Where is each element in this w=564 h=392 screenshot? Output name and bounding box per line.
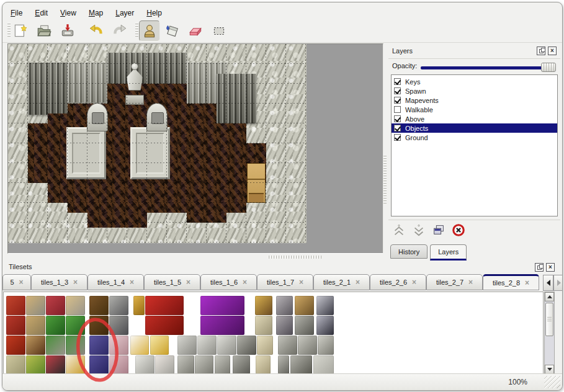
scroll-down-button[interactable] xyxy=(545,365,554,374)
save-button[interactable] xyxy=(58,22,77,40)
tileset-tab-tiles_1_7[interactable]: tiles_1_7× xyxy=(257,274,313,290)
palette-scrollbar[interactable] xyxy=(544,292,555,375)
palette-tile-rock-b[interactable] xyxy=(155,355,174,374)
palette-tile-door-purple-top[interactable] xyxy=(89,336,109,355)
tab-close-icon[interactable]: × xyxy=(299,279,303,285)
tileset-tab-tiles_2_7[interactable]: tiles_2_7× xyxy=(426,274,483,290)
layer-visibility-checkbox[interactable] xyxy=(394,125,401,131)
float-panel-icon[interactable] xyxy=(537,47,545,55)
palette-tile-obelisk-top[interactable] xyxy=(255,316,272,335)
palette-tile-portrait-framed[interactable] xyxy=(255,296,272,315)
palette-tile-wall-block-c[interactable] xyxy=(318,336,334,355)
palette-tile-scepter-gold[interactable] xyxy=(130,336,149,355)
tab-close-icon[interactable]: × xyxy=(130,279,134,285)
layer-visibility-checkbox[interactable] xyxy=(394,134,401,141)
tileset-tab-tiles_1_3[interactable]: tiles_1_3× xyxy=(31,274,87,290)
layer-row-keys[interactable]: Keys xyxy=(392,77,557,86)
select-tool-button[interactable] xyxy=(210,22,228,40)
palette-tile-stone-well[interactable] xyxy=(233,355,250,374)
palette-tile-chest-tan[interactable] xyxy=(295,296,314,315)
scrollbar-thumb[interactable] xyxy=(545,303,553,336)
map-canvas[interactable] xyxy=(8,44,307,243)
palette-tile-cushion-shelf[interactable] xyxy=(46,355,65,374)
layer-visibility-checkbox[interactable] xyxy=(394,97,401,104)
palette-tile-door-purple-bottom[interactable] xyxy=(89,355,109,374)
tileset-tab-tiles_2_1[interactable]: tiles_2_1× xyxy=(313,274,370,290)
fill-tool-button[interactable] xyxy=(163,22,181,40)
tab-close-icon[interactable]: × xyxy=(468,279,473,285)
layer-visibility-checkbox[interactable] xyxy=(394,106,401,113)
tab-scroll-left-button[interactable] xyxy=(543,275,553,291)
menu-item-edit[interactable]: Edit xyxy=(33,7,50,19)
undo-button[interactable] xyxy=(87,22,105,40)
palette-tile-banner-dragon[interactable] xyxy=(6,336,25,355)
toolbar-drag-handle-2[interactable] xyxy=(135,23,138,38)
layer-row-mapevents[interactable]: Mapevents xyxy=(392,96,557,105)
menu-item-view[interactable]: View xyxy=(58,7,78,19)
opacity-slider-track[interactable] xyxy=(421,66,555,69)
new-file-button[interactable] xyxy=(11,22,30,40)
tileset-tab-tiles_1_5[interactable]: tiles_1_5× xyxy=(144,274,200,290)
palette-tile-stone-pillar[interactable] xyxy=(278,355,289,374)
palette-tile-cushion-red[interactable] xyxy=(46,296,65,315)
layer-visibility-checkbox[interactable] xyxy=(394,78,401,85)
raise-layer-button[interactable] xyxy=(391,222,407,238)
tileset-tab-5[interactable]: 5× xyxy=(2,274,31,290)
scroll-up-button[interactable] xyxy=(545,292,554,301)
palette-tile-parchment-moss[interactable] xyxy=(6,355,25,374)
palette-tile-armor-bottom[interactable] xyxy=(316,316,334,335)
toolbar-drag-handle[interactable] xyxy=(7,23,11,38)
layer-row-objects[interactable]: Objects xyxy=(392,123,557,133)
menu-item-map[interactable]: Map xyxy=(87,7,105,19)
layer-row-ground[interactable]: Ground xyxy=(392,133,557,142)
resize-grip[interactable] xyxy=(544,376,560,388)
opacity-slider-handle[interactable] xyxy=(541,63,556,72)
palette-tile-wall-block-b[interactable] xyxy=(298,336,317,355)
palette-tile-loom-frame-b[interactable] xyxy=(26,316,45,335)
tab-close-icon[interactable]: × xyxy=(19,279,24,285)
layer-row-walkable[interactable]: Walkable xyxy=(392,105,557,114)
dock-tab-layers[interactable]: Layers xyxy=(430,244,467,261)
palette-tile-dresser-mirror[interactable] xyxy=(66,296,85,315)
palette-tile-throne-gold-arm[interactable] xyxy=(133,296,145,315)
palette-tile-gold-pile[interactable] xyxy=(150,336,169,355)
delete-layer-button[interactable] xyxy=(450,222,467,238)
palette-tile-statue-cloaked[interactable] xyxy=(177,336,197,355)
palette-tile-plant-bush-top[interactable] xyxy=(66,316,85,335)
palette-tile-statue-angel-a[interactable] xyxy=(197,336,217,355)
tile-palette[interactable] xyxy=(3,292,544,375)
palette-tile-cross-gold[interactable] xyxy=(66,355,85,374)
palette-tile-gate-gray-top[interactable] xyxy=(109,296,128,315)
open-file-button[interactable] xyxy=(35,22,53,40)
palette-tile-throne-red-bottom[interactable] xyxy=(145,316,184,335)
dock-tab-history[interactable]: History xyxy=(390,244,427,259)
palette-tile-gate-gray-bottom[interactable] xyxy=(109,316,128,335)
lower-layer-button[interactable] xyxy=(411,222,427,238)
palette-tile-statue-pedestal-a[interactable] xyxy=(177,355,194,374)
layer-row-above[interactable]: Above xyxy=(392,114,557,123)
palette-tile-door-brown-bottom[interactable] xyxy=(89,316,109,335)
palette-tile-obelisk-small[interactable] xyxy=(256,355,271,374)
tab-close-icon[interactable]: × xyxy=(412,279,416,285)
menu-item-help[interactable]: Help xyxy=(145,7,164,19)
palette-tile-plant-palm-pot[interactable] xyxy=(46,336,65,355)
tileset-tab-tiles_1_4[interactable]: tiles_1_4× xyxy=(87,274,144,290)
palette-tile-banner-green[interactable] xyxy=(26,355,45,374)
palette-tile-armor-top[interactable] xyxy=(316,296,334,315)
palette-tile-plant-bush-pot[interactable] xyxy=(66,336,85,355)
layer-row-spawn[interactable]: Spawn xyxy=(392,86,557,96)
palette-tile-rubble-pile[interactable] xyxy=(295,316,314,335)
menu-item-file[interactable]: File xyxy=(9,7,24,19)
tab-scroll-right-button[interactable] xyxy=(553,275,563,291)
tileset-tab-tiles_2_6[interactable]: tiles_2_6× xyxy=(370,274,426,290)
palette-tile-throne-purple-bottom[interactable] xyxy=(200,316,244,335)
stamp-tool-button[interactable] xyxy=(139,20,160,42)
tileset-tab-tiles_1_6[interactable]: tiles_1_6× xyxy=(200,274,257,290)
palette-tile-bed-pink-bottom[interactable] xyxy=(109,355,128,374)
palette-tile-ledge-dark[interactable] xyxy=(290,355,312,374)
palette-tile-wall-block-a[interactable] xyxy=(278,336,297,355)
palette-tile-plant-palm-top[interactable] xyxy=(46,316,65,335)
palette-tile-obelisk-mid[interactable] xyxy=(257,336,273,355)
palette-tile-banner-red-mid[interactable] xyxy=(6,316,25,335)
palette-tile-statue-gargoyle[interactable] xyxy=(237,336,256,355)
